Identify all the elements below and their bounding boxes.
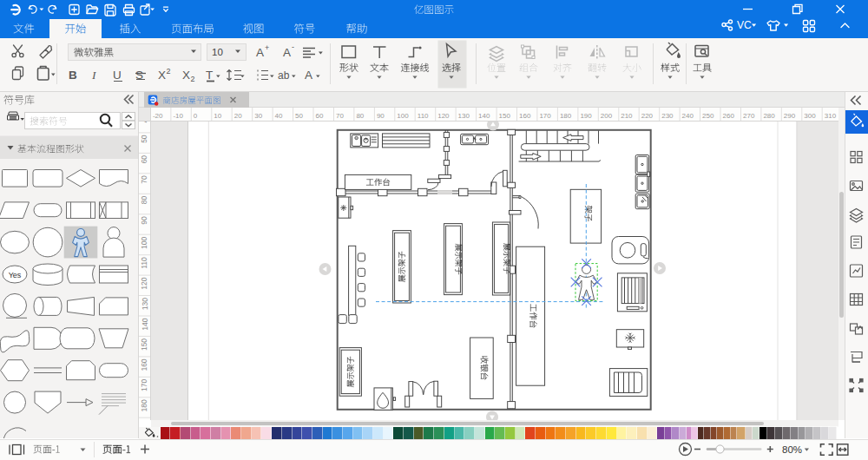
svg-text:180: 180	[141, 399, 149, 411]
svg-text:200: 200	[601, 112, 613, 120]
svg-text:U: U	[113, 69, 122, 82]
svg-text:X: X	[158, 69, 166, 82]
svg-text:110: 110	[141, 257, 149, 269]
svg-text:120: 120	[141, 277, 149, 289]
svg-text:130: 130	[458, 112, 470, 120]
svg-text:240: 240	[682, 112, 694, 120]
svg-text:B: B	[69, 69, 77, 82]
svg-text:290: 290	[784, 112, 796, 120]
svg-text:160: 160	[141, 358, 149, 371]
svg-text:100: 100	[397, 112, 409, 120]
svg-text:-20: -20	[153, 112, 163, 120]
svg-text:180: 180	[560, 112, 572, 120]
svg-text:170: 170	[141, 379, 149, 391]
svg-text:80: 80	[141, 196, 149, 205]
svg-text:210: 210	[621, 112, 633, 120]
svg-text:160: 160	[519, 112, 531, 120]
svg-text:60: 60	[141, 155, 149, 164]
svg-text:130: 130	[141, 298, 149, 310]
svg-text:70: 70	[141, 175, 149, 184]
svg-text:100: 100	[141, 236, 149, 248]
svg-text:ab: ab	[278, 69, 290, 82]
svg-text:230: 230	[661, 112, 674, 120]
svg-text:140: 140	[478, 112, 490, 120]
svg-text:I: I	[91, 69, 97, 82]
svg-text:70: 70	[336, 112, 344, 120]
svg-text:310: 310	[825, 112, 837, 120]
svg-text:30: 30	[254, 112, 262, 120]
svg-text:40: 40	[141, 122, 149, 122]
svg-text:80%: 80%	[782, 444, 802, 454]
svg-text:T: T	[206, 69, 213, 82]
svg-text:280: 280	[763, 112, 775, 120]
svg-text:2: 2	[167, 67, 171, 76]
svg-text:140: 140	[141, 318, 149, 330]
svg-text:-: -	[292, 43, 294, 51]
svg-text:X: X	[182, 69, 190, 82]
svg-text:60: 60	[316, 112, 324, 120]
svg-text:50: 50	[295, 112, 303, 120]
svg-text:110: 110	[418, 112, 429, 120]
svg-text:120: 120	[437, 112, 450, 120]
svg-text:300: 300	[804, 112, 816, 120]
svg-text:150: 150	[499, 112, 511, 120]
svg-text:150: 150	[141, 338, 149, 351]
svg-text:0: 0	[194, 112, 198, 120]
svg-text:80: 80	[356, 112, 364, 120]
svg-text:-10: -10	[173, 112, 183, 120]
svg-text:170: 170	[539, 112, 551, 120]
svg-text:10: 10	[212, 47, 223, 57]
svg-text:A: A	[305, 69, 312, 82]
svg-text:90: 90	[377, 112, 385, 120]
svg-text:2: 2	[191, 75, 195, 83]
svg-text:190: 190	[580, 112, 592, 120]
svg-text:Yes: Yes	[9, 271, 22, 279]
svg-text:40: 40	[275, 112, 283, 120]
svg-text:50: 50	[141, 135, 149, 143]
svg-text:220: 220	[641, 112, 654, 120]
svg-text:A: A	[283, 46, 291, 59]
svg-text:+: +	[265, 43, 269, 52]
svg-text:250: 250	[702, 112, 714, 120]
svg-text:10: 10	[214, 112, 221, 120]
svg-text:260: 260	[723, 112, 735, 120]
svg-text:270: 270	[743, 112, 755, 120]
svg-text:A: A	[256, 46, 264, 59]
svg-text:90: 90	[141, 216, 149, 225]
svg-text:20: 20	[234, 112, 242, 120]
